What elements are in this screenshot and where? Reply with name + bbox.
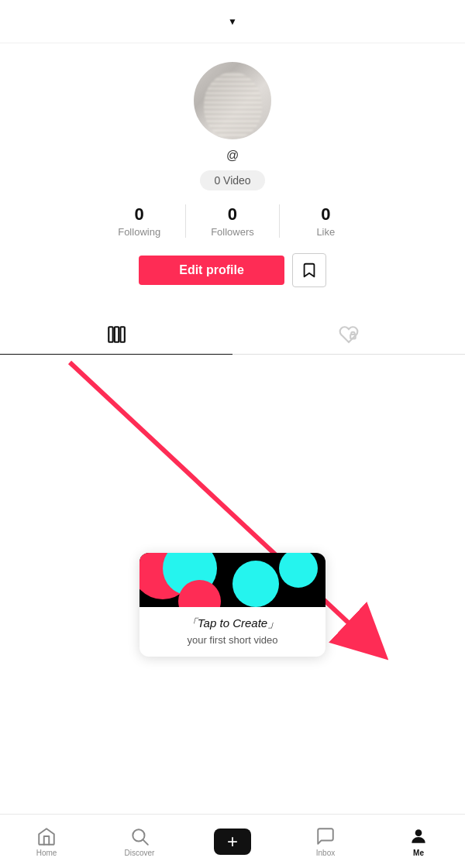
following-label: Following	[118, 226, 160, 238]
top-bar: ▼	[0, 0, 465, 43]
tap-card-subtitle: your first short video	[152, 634, 313, 646]
create-button[interactable]: +	[214, 829, 251, 855]
account-switcher[interactable]: ▼	[228, 17, 237, 26]
likes-count: 0	[321, 204, 330, 225]
plus-icon: +	[227, 832, 238, 851]
search-icon	[129, 826, 150, 846]
svg-rect-7	[115, 328, 119, 343]
followers-stat[interactable]: 0 Followers	[185, 204, 278, 238]
nav-discover[interactable]: Discover	[93, 826, 186, 857]
followers-label: Followers	[211, 226, 254, 238]
following-stat[interactable]: 0 Following	[93, 204, 185, 238]
likes-label: Like	[316, 226, 335, 238]
tap-card-title: 「Tap to Create」	[152, 616, 313, 631]
stats-row: 0 Following 0 Followers 0 Like	[93, 204, 372, 238]
likes-stat[interactable]: 0 Like	[279, 204, 372, 238]
heart-lock-icon	[339, 324, 359, 345]
action-buttons: Edit profile	[139, 253, 326, 287]
edit-profile-button[interactable]: Edit profile	[139, 256, 284, 285]
grid-icon	[106, 324, 126, 345]
profile-section: @ 0 Video 0 Following 0 Followers 0 Like…	[0, 43, 465, 315]
nav-discover-label: Discover	[125, 849, 155, 857]
nav-me-label: Me	[413, 849, 424, 857]
content-area: 「Tap to Create」 your first short video	[0, 355, 465, 680]
dropdown-arrow-icon: ▼	[228, 17, 237, 26]
username: @	[226, 149, 239, 163]
following-count: 0	[135, 204, 144, 225]
nav-inbox-label: Inbox	[316, 849, 335, 857]
avatar	[194, 62, 271, 139]
tap-card-image	[140, 553, 326, 607]
tap-card-text: 「Tap to Create」 your first short video	[140, 607, 326, 657]
nav-create[interactable]: +	[186, 829, 279, 855]
svg-rect-8	[120, 328, 124, 343]
tap-to-create-card[interactable]: 「Tap to Create」 your first short video	[140, 553, 326, 657]
followers-count: 0	[228, 204, 237, 225]
video-count-badge: 0 Video	[200, 170, 264, 190]
nav-me[interactable]: Me	[372, 826, 465, 857]
me-icon	[408, 826, 429, 846]
home-icon	[36, 826, 57, 846]
svg-point-13	[415, 829, 422, 836]
nav-home[interactable]: Home	[0, 826, 93, 857]
svg-line-12	[143, 839, 148, 844]
bottom-nav: Home Discover + Inbox Me	[0, 814, 465, 868]
bookmark-icon	[301, 262, 318, 279]
inbox-icon	[315, 826, 336, 846]
content-tabs	[0, 315, 465, 355]
tab-liked[interactable]	[232, 315, 465, 354]
avatar-placeholder	[194, 62, 271, 139]
nav-home-label: Home	[36, 849, 57, 857]
svg-rect-9	[350, 335, 356, 338]
svg-rect-6	[108, 328, 112, 343]
tab-videos[interactable]	[0, 315, 232, 354]
bookmark-button[interactable]	[292, 253, 326, 287]
nav-inbox[interactable]: Inbox	[279, 826, 372, 857]
